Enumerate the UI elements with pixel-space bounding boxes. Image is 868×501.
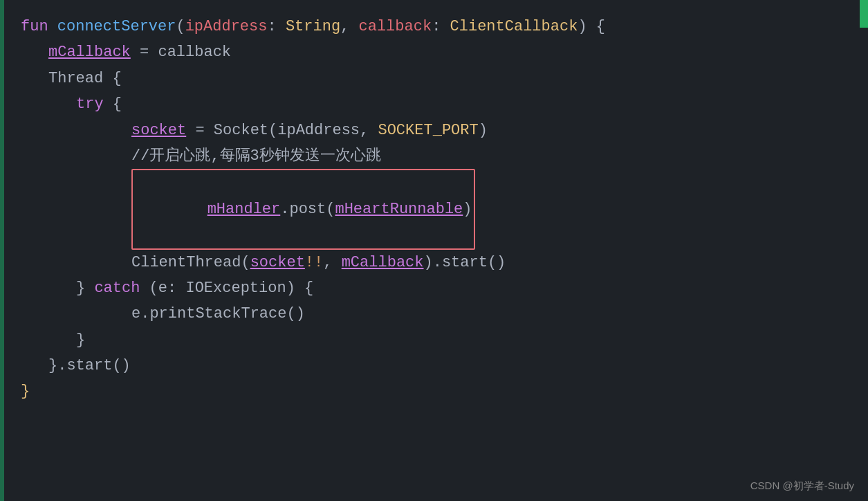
try-close-brace: } [76, 275, 94, 301]
thread-text: Thread { [48, 66, 122, 91]
param1-name: ipAddress [185, 14, 268, 39]
param1-colon: : [267, 14, 285, 39]
code-line-12: }.start() [21, 353, 847, 379]
code-line-4: try { [21, 91, 847, 117]
param2-type: ClientCallback [450, 14, 578, 39]
code-block: fun connectServer(ipAddress: String, cal… [0, 0, 868, 419]
try-brace: { [104, 91, 122, 117]
code-line-10: e.printStackTrace() [21, 301, 847, 327]
paren-close: ) { [578, 14, 605, 39]
catch-exception: (e: IOException) { [140, 275, 313, 301]
socket-assign: = Socket(ipAddress, [186, 118, 378, 143]
keyword-fun: fun [21, 14, 57, 39]
code-line-3: Thread { [21, 66, 847, 91]
keyword-catch: catch [94, 275, 140, 301]
print-stacktrace: e.printStackTrace() [131, 301, 305, 327]
code-container: fun connectServer(ipAddress: String, cal… [0, 0, 868, 501]
top-right-accent [860, 0, 868, 28]
mheartrunnable-var: mHeartRunnable [335, 201, 463, 218]
var-socket: socket [131, 118, 186, 143]
dot-post: .post( [280, 201, 335, 218]
const-socket-port: SOCKET_PORT [378, 118, 478, 143]
keyword-try: try [76, 91, 104, 117]
function-name: connectServer [57, 14, 176, 39]
socket-close-paren: ) [479, 118, 488, 143]
param1-type: String [286, 14, 340, 39]
code-line-2: mCallback = callback [21, 39, 847, 65]
catch-close-brace: } [76, 327, 85, 353]
left-border-accent [0, 0, 4, 501]
code-line-1: fun connectServer(ipAddress: String, cal… [21, 14, 847, 39]
paren-open: ( [176, 14, 185, 39]
highlighted-code: mHandler.post(mHeartRunnable) [131, 169, 475, 249]
var-mcallback2: mCallback [342, 250, 424, 275]
clientthread-comma: , [323, 250, 341, 275]
comma: , [340, 14, 358, 39]
code-line-8: ClientThread(socket!!, mCallback).start(… [21, 250, 847, 275]
var-mcallback: mCallback [48, 39, 131, 65]
thread-start: }.start() [48, 353, 131, 379]
assign-callback: = callback [131, 39, 231, 65]
close-post-paren: ) [463, 201, 472, 218]
code-line-13: } [21, 379, 847, 404]
credit-text: CSDN @初学者-Study [750, 480, 854, 493]
function-close-brace: } [21, 379, 30, 404]
comment-heartbeat: //开启心跳,每隔3秒钟发送一次心跳 [131, 143, 381, 169]
code-line-5: socket = Socket(ipAddress, SOCKET_PORT) [21, 118, 847, 143]
not-null-excl: !! [305, 250, 323, 275]
var-socket2: socket [250, 250, 305, 275]
clientthread-text: ClientThread( [131, 250, 250, 275]
param2-colon: : [432, 14, 450, 39]
code-line-7: mHandler.post(mHeartRunnable) [21, 169, 847, 249]
clientthread-start: ).start() [424, 250, 506, 275]
code-line-11: } [21, 327, 847, 353]
code-line-9: } catch (e: IOException) { [21, 275, 847, 301]
code-line-6: //开启心跳,每隔3秒钟发送一次心跳 [21, 143, 847, 169]
mhandler-var: mHandler [207, 201, 281, 218]
param2-name: callback [359, 14, 432, 39]
